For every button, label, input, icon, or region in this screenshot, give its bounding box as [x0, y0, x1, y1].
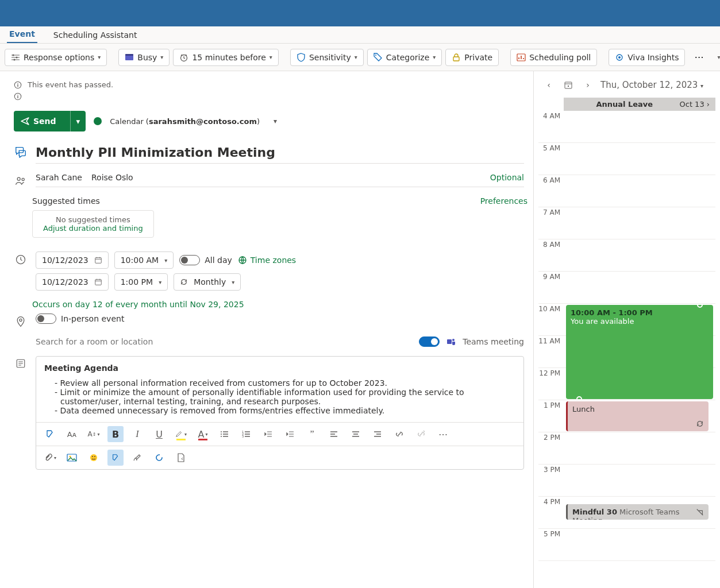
today-button[interactable]	[561, 78, 575, 92]
calendar-event-lunch[interactable]: Lunch	[566, 401, 709, 431]
event-title-input[interactable]	[36, 143, 524, 164]
location-search-input[interactable]	[36, 337, 412, 346]
format-painter-button[interactable]	[42, 426, 58, 442]
categorize-button[interactable]: Categorize ▾	[367, 49, 442, 66]
align-right-button[interactable]	[369, 426, 386, 442]
send-button[interactable]: Send ▾	[14, 111, 86, 131]
highlight-button[interactable]: ▾	[173, 426, 189, 442]
unlink-button[interactable]	[413, 426, 429, 442]
sensitivity-button[interactable]: Sensitivity ▾	[290, 49, 364, 66]
ribbon-toolbar: Response options ▾ Busy ▾ 15 minutes bef…	[0, 44, 720, 71]
time-slot[interactable]: 6 AM	[538, 175, 715, 207]
calendar-time-grid[interactable]: 4 AM5 AM6 AM7 AM8 AM9 AM10 AM11 AM12 PM1…	[538, 111, 715, 561]
send-icon	[21, 117, 30, 126]
attendee-chip[interactable]: Sarah Cane	[36, 173, 82, 182]
description-icon	[16, 358, 26, 369]
next-day-button[interactable]: ›	[581, 78, 595, 92]
show-as-button[interactable]: Busy ▾	[118, 49, 170, 66]
quote-button[interactable]: ”	[304, 426, 320, 442]
ribbon-overflow-button[interactable]: ⋯	[688, 48, 709, 66]
info-icon	[14, 92, 22, 100]
response-options-button[interactable]: Response options ▾	[5, 49, 107, 66]
start-date-input[interactable]: 10/12/2023	[36, 252, 109, 269]
font-size-button[interactable]: A↕▾	[86, 426, 102, 442]
description-editor[interactable]: Meeting Agenda - Review all personal inf…	[36, 357, 523, 422]
editor-button[interactable]	[107, 450, 124, 466]
link-button[interactable]	[391, 426, 407, 442]
template-button[interactable]	[173, 450, 189, 466]
time-zones-link[interactable]: Time zones	[238, 256, 296, 265]
svg-point-24	[221, 434, 222, 435]
tab-scheduling-assistant[interactable]: Scheduling Assistant	[51, 27, 140, 43]
sliders-icon	[11, 53, 20, 62]
svg-point-34	[156, 455, 162, 461]
lock-icon	[452, 53, 461, 62]
reminder-button[interactable]: 15 minutes before ▾	[173, 49, 278, 66]
tab-bar: Event Scheduling Assistant	[0, 26, 720, 44]
time-slot[interactable]: 2 PM	[538, 432, 715, 465]
all-day-event-bar[interactable]: Annual Leave Oct 13 ›	[564, 98, 715, 111]
svg-point-21	[452, 339, 455, 341]
private-button[interactable]: Private	[445, 49, 499, 66]
calendar-icon	[94, 278, 102, 286]
emoji-button[interactable]	[86, 450, 102, 466]
bold-button[interactable]: B	[107, 426, 124, 442]
decrease-indent-button[interactable]	[260, 426, 276, 442]
svg-point-0	[13, 54, 14, 56]
time-slot[interactable]: 8 AM	[538, 239, 715, 272]
calendar-event-mindful[interactable]: Mindful 30 Microsoft Teams Meeting	[566, 504, 709, 520]
suggested-times-box: No suggested times Adjust duration and t…	[32, 210, 154, 238]
calendar-picker[interactable]: Calendar (sarahsmith@contoso.com)	[110, 117, 260, 126]
time-slot[interactable]: 3 PM	[538, 465, 715, 497]
time-slot[interactable]: 9 AM	[538, 272, 715, 304]
format-overflow-button[interactable]: ⋯	[435, 426, 451, 442]
prev-day-button[interactable]: ‹	[542, 78, 556, 92]
font-button[interactable]: Aᴀ	[64, 426, 80, 442]
underline-button[interactable]: U	[151, 426, 167, 442]
poll-icon	[517, 53, 526, 62]
font-color-button[interactable]: A▾	[195, 426, 211, 442]
calendar-event-current[interactable]: 10:00 AM - 1:00 PMYou are available	[566, 305, 713, 399]
globe-icon	[238, 256, 247, 265]
time-slot[interactable]: 5 PM	[538, 529, 715, 561]
preferences-link[interactable]: Preferences	[480, 196, 528, 206]
tab-event[interactable]: Event	[7, 26, 37, 43]
end-date-input[interactable]: 10/12/2023	[36, 273, 109, 291]
align-center-button[interactable]	[348, 426, 364, 442]
adjust-timing-link[interactable]: Adjust duration and timing	[43, 224, 143, 233]
signature-button[interactable]	[129, 450, 145, 466]
italic-button[interactable]: I	[129, 426, 145, 442]
align-left-button[interactable]	[326, 426, 342, 442]
bullets-button[interactable]	[217, 426, 233, 442]
optional-attendees-link[interactable]: Optional	[490, 173, 524, 182]
in-person-toggle[interactable]	[36, 314, 56, 324]
start-time-select[interactable]: 10:00 AM ▾	[114, 252, 174, 269]
end-time-select[interactable]: 1:00 PM ▾	[114, 273, 168, 291]
scheduling-poll-button[interactable]: Scheduling poll	[510, 49, 597, 66]
increase-indent-button[interactable]	[282, 426, 298, 442]
time-slot[interactable]: 5 AM	[538, 143, 715, 175]
hour-label: 3 PM	[538, 465, 564, 496]
event-passed-text: This event has passed.	[28, 80, 113, 89]
svg-point-14	[22, 178, 24, 180]
svg-point-10	[618, 56, 621, 59]
busy-icon	[125, 53, 134, 62]
chevron-down-icon[interactable]: ▾	[274, 117, 277, 125]
all-day-toggle[interactable]	[179, 255, 200, 265]
teams-meeting-toggle[interactable]	[419, 336, 440, 347]
time-slot[interactable]: 7 AM	[538, 207, 715, 239]
numbering-button[interactable]: 123	[238, 426, 255, 442]
send-split-button[interactable]: ▾	[70, 111, 86, 131]
insert-picture-button[interactable]	[64, 450, 80, 466]
calendar-date-picker[interactable]: Thu, October 12, 2023 ▾	[600, 80, 703, 90]
viva-insights-button[interactable]: Viva Insights	[609, 49, 685, 66]
hour-label: 10 AM	[538, 304, 564, 335]
ribbon-dropdown-icon[interactable]: ▾	[713, 54, 720, 60]
attendee-chip[interactable]: Roise Oslo	[91, 173, 133, 182]
loop-button[interactable]	[151, 450, 167, 466]
hour-label: 6 AM	[538, 175, 564, 207]
attach-button[interactable]: ▾	[42, 450, 58, 466]
time-slot[interactable]: 4 AM	[538, 111, 715, 143]
recurrence-select[interactable]: Monthly ▾	[174, 273, 241, 291]
svg-rect-4	[125, 54, 133, 56]
